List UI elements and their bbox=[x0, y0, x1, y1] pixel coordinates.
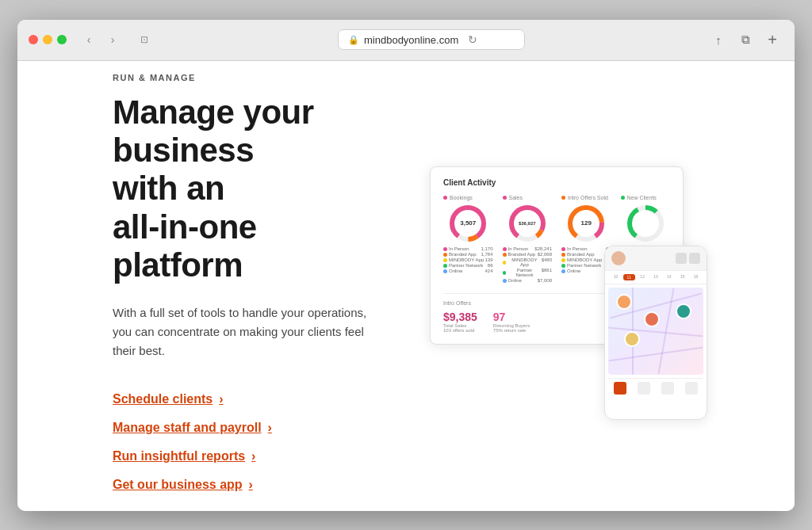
cal-day-5: 15 bbox=[676, 274, 688, 280]
returning-value: 97 bbox=[493, 311, 530, 323]
schedule-clients-label: Schedule clients bbox=[113, 392, 213, 406]
cal-day-1: 11 bbox=[623, 274, 635, 280]
bookings-dot bbox=[443, 196, 447, 200]
toolbar-right: ↑ ⧉ + bbox=[707, 29, 783, 51]
chevron-right-icon-2: › bbox=[268, 421, 272, 435]
cal-day-3: 13 bbox=[650, 274, 662, 280]
back-button[interactable]: ‹ bbox=[78, 29, 100, 51]
new-clients-donut bbox=[626, 204, 665, 243]
section-label: RUN & MANAGE bbox=[113, 73, 382, 82]
phone-body bbox=[605, 284, 707, 401]
tabs-button[interactable]: ⧉ bbox=[734, 29, 756, 51]
phone-nav-dot-2 bbox=[689, 253, 700, 264]
total-sales-value: $9,385 bbox=[443, 311, 477, 323]
new-tab-button[interactable]: + bbox=[761, 29, 783, 51]
minimize-button[interactable] bbox=[43, 35, 52, 44]
right-content: Client Activity Bookings bbox=[430, 166, 699, 404]
metric-intro-label: Intro Offers Sold bbox=[561, 195, 611, 200]
lock-icon: 🔒 bbox=[348, 35, 359, 45]
cal-day-2: 12 bbox=[637, 274, 649, 280]
share-button[interactable]: ↑ bbox=[707, 29, 730, 51]
metric-bookings-label: Bookings bbox=[443, 195, 493, 200]
page-inner: RUN & MANAGE Manage your business with a… bbox=[65, 73, 747, 498]
phone-nav-dots bbox=[676, 253, 700, 264]
metric-sales-label: Sales bbox=[503, 195, 553, 200]
chevron-right-icon: › bbox=[219, 392, 223, 406]
cal-day-4: 14 bbox=[663, 274, 675, 280]
sales-dot bbox=[503, 196, 507, 200]
manage-staff-link[interactable]: Manage staff and payroll › bbox=[113, 414, 382, 441]
maximize-button[interactable] bbox=[57, 35, 67, 44]
address-bar[interactable]: 🔒 mindbodyonline.com ↻ bbox=[338, 29, 525, 50]
refresh-button[interactable]: ↻ bbox=[468, 33, 477, 46]
forward-button[interactable]: › bbox=[102, 29, 124, 51]
returning-sub: 75% return rate bbox=[493, 328, 530, 333]
intro-dot bbox=[561, 196, 565, 200]
phone-nav-icon-3 bbox=[661, 382, 674, 395]
page-content: RUN & MANAGE Manage your business with a… bbox=[17, 61, 795, 511]
run-reports-label: Run insightful reports bbox=[113, 449, 245, 463]
card-title: Client Activity bbox=[443, 178, 670, 187]
total-sales: $9,385 Total Sales 103 offers sold bbox=[443, 311, 477, 333]
bookings-value: 3,507 bbox=[460, 220, 476, 227]
phone-avatar bbox=[611, 251, 626, 265]
traffic-lights bbox=[29, 35, 67, 44]
metric-new-clients-label: New Clients bbox=[621, 195, 671, 200]
total-sales-sub: 103 offers sold bbox=[443, 328, 477, 333]
calendar-strip: 10 11 12 13 14 15 16 bbox=[605, 271, 707, 284]
cal-day-6: 16 bbox=[690, 274, 702, 280]
links-list: Schedule clients › Manage staff and payr… bbox=[113, 386, 382, 498]
description: With a full set of tools to handle your … bbox=[113, 303, 382, 360]
phone-header bbox=[605, 246, 707, 271]
new-clients-dot bbox=[621, 196, 625, 200]
browser-toolbar: ‹ › ⊡ 🔒 mindbodyonline.com ↻ ↑ ⧉ + bbox=[17, 20, 795, 61]
business-app-link[interactable]: Get our business app › bbox=[113, 471, 382, 498]
business-app-label: Get our business app bbox=[113, 478, 243, 492]
run-reports-link[interactable]: Run insightful reports › bbox=[113, 443, 382, 470]
map-line-h2 bbox=[608, 327, 703, 337]
chevron-right-icon-3: › bbox=[251, 449, 255, 463]
url-text: mindbodyonline.com bbox=[364, 34, 458, 46]
chevron-right-icon-4: › bbox=[249, 478, 253, 492]
cal-day-0: 10 bbox=[610, 274, 622, 280]
phone-nav-icon-4 bbox=[685, 382, 698, 395]
phone-card: 10 11 12 13 14 15 16 bbox=[604, 246, 707, 420]
nav-buttons: ‹ › bbox=[78, 29, 124, 51]
sales-donut: $36,927 bbox=[508, 204, 547, 243]
bookings-donut: 3,507 bbox=[448, 204, 488, 243]
returning-buyers: 97 Returning Buyers 75% return rate bbox=[493, 311, 530, 333]
close-button[interactable] bbox=[29, 35, 38, 44]
phone-nav-dot-1 bbox=[676, 253, 687, 264]
sales-value: $36,927 bbox=[519, 221, 536, 227]
metric-bookings: Bookings 3,507 In bbox=[443, 195, 493, 284]
intro-value: 129 bbox=[581, 220, 592, 227]
intro-donut: 129 bbox=[566, 204, 606, 243]
phone-nav-icon-2 bbox=[638, 382, 650, 395]
manage-staff-label: Manage staff and payroll bbox=[113, 421, 262, 435]
browser-window: ‹ › ⊡ 🔒 mindbodyonline.com ↻ ↑ ⧉ + RUN &… bbox=[17, 20, 795, 511]
bookings-table: In Person1,170 Branded App1,784 MINDBODY… bbox=[443, 246, 493, 273]
main-heading: Manage your business with an all-in-one … bbox=[113, 93, 382, 284]
window-mode-button[interactable]: ⊡ bbox=[133, 29, 155, 51]
left-content: RUN & MANAGE Manage your business with a… bbox=[113, 73, 382, 498]
schedule-clients-link[interactable]: Schedule clients › bbox=[113, 386, 382, 413]
sales-table: In Person$28,241 Branded App$2,068 MINDB… bbox=[503, 246, 553, 283]
phone-nav-icon-1 bbox=[614, 382, 626, 395]
metric-sales: Sales $36,927 In bbox=[503, 195, 553, 284]
map-line-h3 bbox=[608, 347, 703, 362]
phone-bottom-nav bbox=[608, 378, 703, 398]
map-background bbox=[608, 288, 703, 375]
